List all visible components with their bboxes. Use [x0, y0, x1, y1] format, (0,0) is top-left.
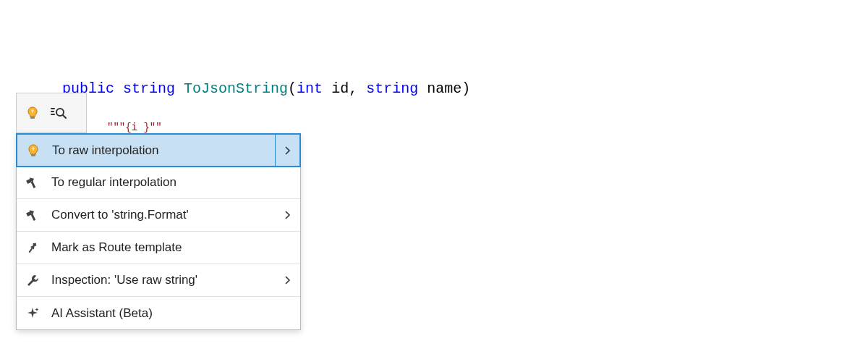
- method-name: ToJsonString: [184, 80, 288, 97]
- partial-text: """{i }"": [107, 122, 162, 133]
- bulb-icon: [17, 143, 49, 158]
- sparkle-icon: [17, 306, 48, 321]
- submenu-arrow-icon: [276, 276, 300, 285]
- popup-item-label: AI Assistant (Beta): [48, 306, 276, 321]
- paren-open: (: [288, 80, 297, 97]
- popup-item-0[interactable]: To raw interpolation: [16, 133, 301, 167]
- popup-item-3[interactable]: Mark as Route template: [17, 232, 300, 264]
- submenu-arrow-icon: [275, 135, 299, 166]
- lightbulb-icon[interactable]: [25, 106, 40, 120]
- quick-action-gutter[interactable]: [16, 93, 87, 133]
- popup-item-label: Convert to 'string.Format': [48, 208, 276, 222]
- popup-item-5[interactable]: AI Assistant (Beta): [17, 297, 300, 329]
- popup-item-4[interactable]: Inspection: 'Use raw string': [17, 264, 300, 297]
- popup-item-label: Mark as Route template: [48, 240, 276, 255]
- paren-close: ): [461, 80, 470, 97]
- keyword-string: string: [123, 80, 175, 97]
- hammer-icon: [17, 208, 48, 222]
- keyword-int: int: [297, 80, 323, 97]
- code-line-1: public string ToJsonString(int id, strin…: [62, 78, 868, 100]
- hammer-icon: [17, 175, 48, 190]
- popup-item-1[interactable]: To regular interpolation: [17, 167, 300, 199]
- quick-actions-popup: To raw interpolationTo regular interpola…: [16, 133, 301, 330]
- pin-icon: [17, 240, 48, 255]
- popup-item-label: To raw interpolation: [49, 143, 275, 158]
- popup-item-label: Inspection: 'Use raw string': [48, 273, 276, 287]
- find-in-code-icon[interactable]: [50, 106, 67, 119]
- comma: ,: [349, 80, 357, 97]
- popup-item-label: To regular interpolation: [48, 175, 276, 190]
- param-id: id: [331, 80, 349, 97]
- keyword-string: string: [366, 80, 418, 97]
- submenu-arrow-icon: [276, 211, 300, 219]
- popup-item-2[interactable]: Convert to 'string.Format': [17, 199, 300, 232]
- param-name: name: [427, 80, 461, 97]
- wrench-icon: [17, 273, 48, 287]
